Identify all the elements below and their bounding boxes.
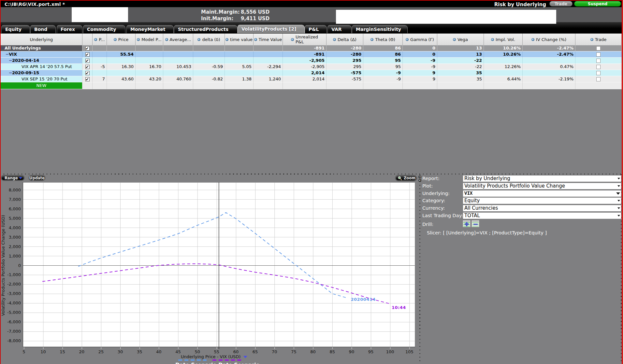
row-select-cell bbox=[82, 76, 93, 82]
cell-delta bbox=[193, 58, 225, 64]
control-select-last-trading-day[interactable]: TOTAL bbox=[463, 212, 621, 219]
cell-time-value bbox=[254, 82, 283, 89]
cell-delta bbox=[327, 82, 363, 89]
trade-checkbox[interactable] bbox=[596, 46, 601, 50]
cell-delta bbox=[193, 70, 225, 76]
control-select-plot[interactable]: Volatility Products Portfolio Value Chan… bbox=[463, 183, 621, 189]
x-axis-title[interactable]: Underlying Price - VIX (USD) bbox=[181, 354, 247, 359]
column-header-delta[interactable]: delta (δ) bbox=[193, 34, 225, 45]
tab-bond[interactable]: Bond bbox=[30, 25, 56, 33]
svg-text:20: 20 bbox=[79, 349, 84, 354]
trade-checkbox[interactable] bbox=[596, 71, 601, 75]
drill-expand-button[interactable] bbox=[463, 220, 471, 228]
suspend-button[interactable]: Suspend bbox=[574, 1, 621, 7]
table-row-new[interactable]: NEW bbox=[1, 82, 622, 89]
cell-delta bbox=[193, 45, 225, 51]
trade-checkbox[interactable] bbox=[596, 52, 601, 57]
column-header-unrealized-p-l[interactable]: Unrealized P&L bbox=[283, 34, 327, 45]
row-label-cell[interactable]: −VIX bbox=[1, 51, 82, 58]
row-label-cell[interactable]: −2020-09-15 bbox=[1, 70, 82, 76]
column-header-p[interactable]: P... bbox=[93, 34, 107, 45]
column-header-vega[interactable]: Vega bbox=[437, 34, 484, 45]
drill-collapse-button[interactable] bbox=[472, 220, 479, 228]
control-select-report[interactable]: Risk by Underlying bbox=[463, 175, 621, 182]
column-header-average[interactable]: Average... bbox=[163, 34, 193, 45]
collapse-minus-icon[interactable]: − bbox=[9, 59, 11, 62]
cell-p bbox=[93, 51, 107, 58]
tab-forex[interactable]: Forex bbox=[57, 25, 82, 33]
row-include-checkbox[interactable] bbox=[85, 59, 90, 63]
row-include-checkbox[interactable] bbox=[85, 71, 90, 75]
tab-equity[interactable]: Equity bbox=[1, 25, 30, 33]
table-row-2020-09-15[interactable]: −2020-09-152,014-575-9935 bbox=[1, 70, 622, 76]
column-header-label: Underlying bbox=[30, 37, 53, 42]
tab-moneymarket[interactable]: MoneyMarket bbox=[126, 25, 174, 33]
cell-time-value bbox=[225, 45, 254, 51]
svg-text:30: 30 bbox=[118, 349, 123, 354]
row-label: 2020-04-14 bbox=[12, 58, 39, 63]
table-row-2020-04-14[interactable]: −2020-04-14-2,90529595-9-22 bbox=[1, 58, 622, 64]
y-axis-title: Volatility Products Portfolio Value Chan… bbox=[1, 215, 6, 316]
column-header-impl-vol[interactable]: Impl. Vol. bbox=[484, 34, 523, 45]
column-header-trade[interactable]: Trade bbox=[575, 34, 622, 45]
row-include-checkbox[interactable] bbox=[85, 77, 90, 81]
column-header-label: IV Change (%) bbox=[536, 37, 566, 42]
table-row-vix-sep-15-20-70-put[interactable]: VIX SEP 15 '20 70 Put743.6043.2040.760-0… bbox=[1, 76, 622, 82]
y-tick-labels: -8,000-7,000-6,000-5,000-4,000-3,000-2,0… bbox=[7, 188, 21, 343]
control-select-currency[interactable]: All Currencies bbox=[463, 205, 621, 212]
row-include-checkbox[interactable] bbox=[85, 46, 90, 50]
cell-price bbox=[107, 58, 136, 64]
cell-model-p bbox=[136, 45, 163, 51]
row-label-cell[interactable]: −All Underlyings bbox=[1, 45, 82, 51]
cell-model-p bbox=[136, 51, 163, 58]
control-select-value: Equity bbox=[464, 198, 480, 203]
tab-p-l[interactable]: P&L bbox=[305, 25, 327, 33]
column-header-label: Trade bbox=[595, 37, 607, 42]
report-title: Risk by Underlying bbox=[494, 2, 546, 7]
column-header-theta[interactable]: Theta (Θ) bbox=[363, 34, 403, 45]
trade-button[interactable]: Trade bbox=[549, 1, 573, 7]
table-row-vix[interactable]: −VIX55.54-891-2808601310.26%-2.47% bbox=[1, 51, 622, 58]
column-header-underlying[interactable]: Underlying bbox=[1, 34, 82, 45]
trade-checkbox[interactable] bbox=[596, 77, 601, 81]
row-include-checkbox[interactable] bbox=[85, 65, 90, 69]
row-include-checkbox[interactable] bbox=[85, 52, 90, 57]
chart-svg[interactable]: 5101520253035404550556065707580859095100… bbox=[0, 174, 420, 364]
cell-time-value: -2,294 bbox=[254, 64, 283, 70]
column-header-time-value[interactable]: Time Value bbox=[254, 34, 283, 45]
column-header-price[interactable]: Price bbox=[107, 34, 136, 45]
svg-text:75: 75 bbox=[291, 349, 297, 354]
tab-commodity[interactable]: Commodity bbox=[83, 25, 125, 33]
tab-volatilityproducts-2[interactable]: VolatilityProducts [2] bbox=[238, 25, 305, 33]
tab-structuredproducts[interactable]: StructuredProducts bbox=[174, 25, 238, 33]
tab-var[interactable]: VAR bbox=[327, 25, 352, 33]
cell-unrealized-p-l: -2,905 bbox=[283, 64, 327, 70]
table-row-all-underlyings[interactable]: −All Underlyings-891-2808601310.26%-2.47… bbox=[1, 45, 622, 51]
row-label-cell[interactable]: NEW bbox=[1, 82, 82, 89]
tab-marginsensitivity[interactable]: MarginSensitivity bbox=[352, 25, 408, 33]
control-select-underlying[interactable]: VIX bbox=[463, 190, 621, 197]
trade-checkbox[interactable] bbox=[596, 59, 601, 63]
row-label-cell[interactable]: VIX APR 14 '20 57.5 Put bbox=[1, 64, 82, 70]
row-label-cell[interactable]: −2020-04-14 bbox=[1, 58, 82, 64]
control-select-category[interactable]: Equity bbox=[463, 197, 621, 204]
table-row-vix-apr-14-20-57-5-put[interactable]: VIX APR 14 '20 57.5 Put-516.3016.7010.45… bbox=[1, 64, 622, 70]
collapse-minus-icon[interactable]: − bbox=[9, 71, 11, 75]
trade-checkbox[interactable] bbox=[596, 65, 601, 69]
column-header-iv-change[interactable]: IV Change (%) bbox=[523, 34, 575, 45]
collapse-minus-icon[interactable]: − bbox=[6, 53, 8, 56]
cell-gamma: 9 bbox=[403, 70, 437, 76]
window-border-top bbox=[0, 0, 624, 1]
sort-dot-icon bbox=[225, 38, 228, 41]
svg-text:4,000: 4,000 bbox=[9, 225, 21, 230]
column-header-model-p[interactable]: Model P... bbox=[136, 34, 163, 45]
cell-theta: 86 bbox=[363, 45, 403, 51]
column-header-delta[interactable]: Delta (Δ) bbox=[327, 34, 363, 45]
column-header-time-value[interactable]: time value bbox=[225, 34, 254, 45]
collapse-minus-icon[interactable]: − bbox=[1, 47, 4, 50]
column-header-gamma[interactable]: Gamma (Γ) bbox=[403, 34, 437, 45]
cell-iv-change bbox=[523, 70, 575, 76]
row-label-cell[interactable]: VIX SEP 15 '20 70 Put bbox=[1, 76, 82, 82]
window-border-left bbox=[0, 0, 1, 364]
tab-label: Commodity bbox=[87, 27, 116, 32]
